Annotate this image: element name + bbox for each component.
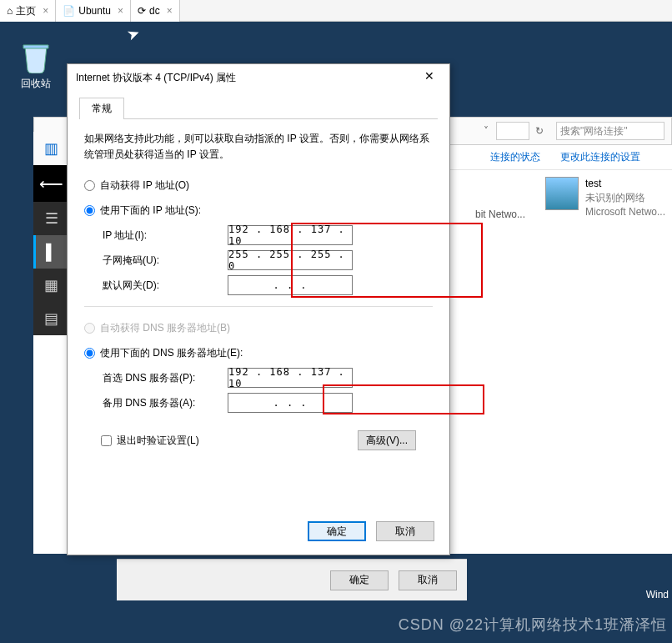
network-adapter-item[interactable]: test 未识别的网络 Microsoft Netwo...: [545, 177, 665, 219]
doc-icon: 📄: [63, 5, 75, 17]
server-manager-sidebar: ▥ ⟵ ☰ ▌ ▦ ▤: [33, 132, 67, 335]
adapter-name: test: [585, 177, 665, 191]
close-icon[interactable]: ×: [118, 5, 123, 17]
advanced-button[interactable]: 高级(V)...: [358, 430, 416, 450]
recycle-bin[interactable]: 回收站: [15, 40, 57, 91]
close-button[interactable]: ✕: [418, 69, 441, 86]
validate-label: 退出时验证设置(L): [117, 434, 199, 448]
cancel-button[interactable]: 取消: [376, 521, 434, 541]
dialog-description: 如果网络支持此功能，则可以获取自动指派的 IP 设置。否则，你需要从网络系统管理…: [68, 119, 449, 169]
gateway-input[interactable]: . . .: [228, 275, 353, 295]
radio-manual-dns[interactable]: [84, 348, 95, 359]
validate-checkbox[interactable]: [101, 435, 112, 446]
windows-activation-text: Wind: [646, 589, 669, 600]
watermark: CSDN @22计算机网络技术1班潘泽恒: [399, 615, 667, 635]
ok-button[interactable]: 确定: [308, 521, 366, 541]
dns1-label: 首选 DNS 服务器(P):: [103, 371, 228, 385]
recycle-bin-label: 回收站: [15, 77, 57, 91]
cancel-button[interactable]: 取消: [399, 570, 457, 590]
close-icon[interactable]: ×: [167, 5, 173, 17]
bin-icon: [19, 40, 53, 73]
vm-icon: ⟳: [138, 5, 146, 17]
radio-manual-dns-label: 使用下面的 DNS 服务器地址(E):: [100, 346, 243, 360]
radio-auto-ip-label: 自动获得 IP 地址(O): [100, 178, 189, 193]
tab-home[interactable]: ⌂ 主页 ×: [0, 0, 56, 22]
radio-auto-dns: [84, 323, 95, 334]
dns2-input[interactable]: . . .: [228, 393, 353, 413]
tab-dc[interactable]: ⟳ dc ×: [131, 0, 180, 22]
mask-input[interactable]: 255 . 255 . 255 . 0: [228, 250, 353, 270]
radio-manual-ip[interactable]: [84, 205, 95, 216]
radio-manual-ip-label: 使用下面的 IP 地址(S):: [100, 203, 201, 218]
dns2-label: 备用 DNS 服务器(A):: [103, 396, 228, 410]
link-status[interactable]: 连接的状态: [490, 150, 540, 164]
back-button[interactable]: ⟵: [33, 165, 67, 202]
ipv4-properties-dialog: Internet 协议版本 4 (TCP/IPv4) 属性 ✕ 常规 如果网络支…: [67, 63, 450, 555]
radio-auto-ip[interactable]: [84, 180, 95, 191]
sidebar-item-files[interactable]: ▤: [33, 302, 67, 335]
refresh-icon[interactable]: ↻: [529, 125, 549, 137]
ip-label: IP 地址(I):: [103, 229, 228, 243]
cursor-icon: ➤: [124, 23, 143, 45]
tab-label: 主页: [16, 4, 36, 18]
dns1-input[interactable]: 192 . 168 . 137 . 10: [228, 368, 353, 388]
ip-input[interactable]: 192 . 168 . 137 . 10: [228, 225, 353, 245]
truncated-text: bit Netwo...: [475, 208, 525, 220]
sidebar-header-icon[interactable]: ▥: [33, 132, 67, 165]
tab-label: dc: [149, 5, 160, 17]
sidebar-item-dashboard[interactable]: ☰: [33, 202, 67, 235]
adapter-icon: [545, 177, 579, 210]
tab-ubuntu[interactable]: 📄 Ubuntu ×: [56, 0, 131, 22]
close-icon[interactable]: ×: [43, 5, 48, 17]
chevron-down-icon[interactable]: ˅: [476, 125, 496, 137]
address-bar[interactable]: [496, 122, 529, 140]
adapter-driver: Microsoft Netwo...: [585, 205, 665, 219]
sidebar-item-all[interactable]: ▦: [33, 269, 67, 302]
parent-dialog-footer: 确定 取消: [117, 559, 467, 600]
search-input[interactable]: 搜索"网络连接": [556, 122, 664, 140]
sidebar-item-local[interactable]: ▌: [33, 235, 67, 269]
tab-label: Ubuntu: [78, 5, 111, 17]
mask-label: 子网掩码(U):: [103, 254, 228, 268]
vm-tabs: ⌂ 主页 × 📄 Ubuntu × ⟳ dc ×: [0, 0, 672, 22]
ok-button[interactable]: 确定: [330, 570, 389, 590]
dialog-title: Internet 协议版本 4 (TCP/IPv4) 属性: [76, 71, 236, 85]
link-change[interactable]: 更改此连接的设置: [560, 150, 640, 164]
tab-general[interactable]: 常规: [79, 98, 124, 119]
home-icon: ⌂: [7, 5, 13, 17]
adapter-status: 未识别的网络: [585, 191, 665, 205]
gateway-label: 默认网关(D):: [103, 279, 228, 293]
radio-auto-dns-label: 自动获得 DNS 服务器地址(B): [100, 321, 230, 335]
